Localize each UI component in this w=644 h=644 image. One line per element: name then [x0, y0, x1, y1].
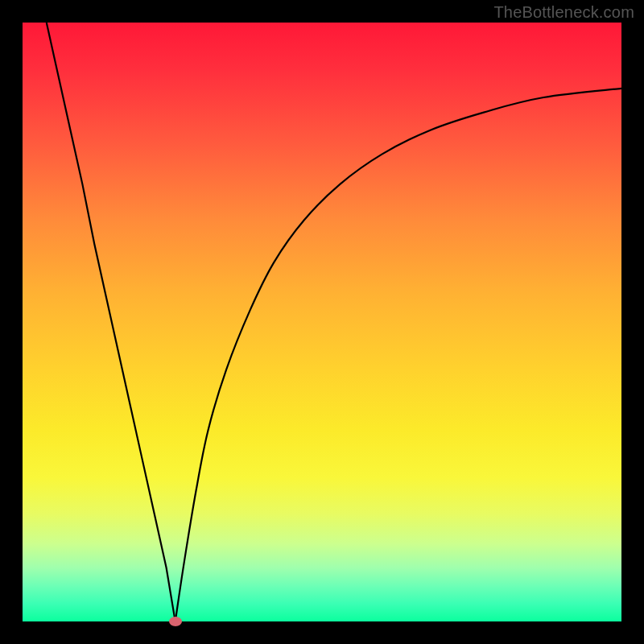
bottleneck-curve: [23, 23, 621, 621]
plot-area: [23, 23, 621, 621]
right-branch-path: [175, 89, 621, 621]
left-branch-path: [47, 23, 175, 621]
watermark-text: TheBottleneck.com: [493, 3, 634, 22]
optimum-marker: [169, 617, 182, 626]
